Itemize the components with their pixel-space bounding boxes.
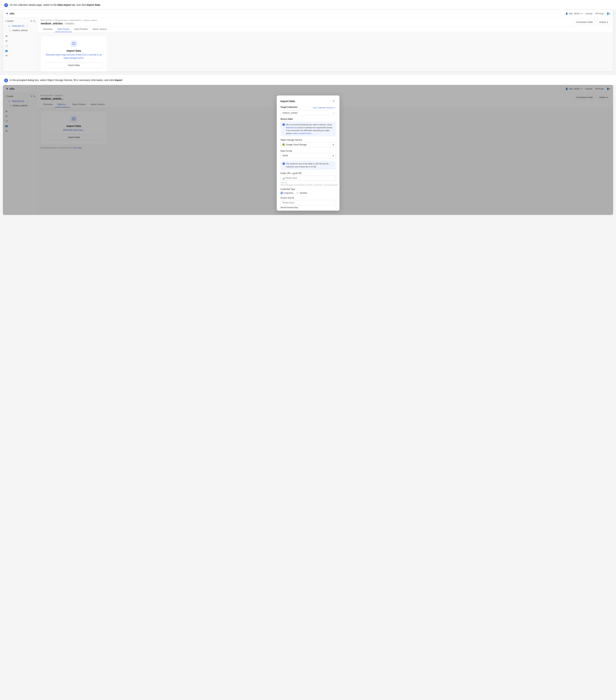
unloaded-badge: Unloaded — [64, 22, 75, 25]
nav-logo-text: zilliz — [10, 12, 15, 15]
radio-group: Long-term Session — [280, 192, 336, 194]
tab-overview[interactable]: Overview — [41, 26, 55, 32]
main-layout-1: + Cluster ↻ 🔍 ⬡ Dedicated-01 + medium_ar… — [3, 17, 613, 72]
collection-dot — [10, 30, 11, 31]
size-info-box: i The maximum size of the folder is 100 … — [280, 161, 336, 170]
nav-license[interactable]: License — [585, 12, 592, 15]
search-icon[interactable]: 🔍 — [33, 20, 36, 22]
import-card: Import Data Efficiently import large amo… — [41, 36, 107, 72]
tab-data-import[interactable]: Data Import — [55, 26, 72, 32]
step2-circle: 2 — [4, 78, 8, 83]
nav-api-keys[interactable]: API Keys — [595, 12, 604, 15]
content-header-1: ByocTest1021 Default Project Dedicated-0… — [38, 17, 613, 26]
users-icon: 👥 — [5, 49, 8, 52]
radio-long-term-circle — [280, 192, 283, 194]
app-window-1: ✦ zilliz 👤 zilliz BYOC ▾ License API Key… — [3, 10, 613, 72]
bulkwriter-link[interactable]: Bulkwriter — [286, 126, 294, 129]
sidebar-collection-label: medium_articles — [12, 29, 27, 32]
sidebar-cluster-icons: ↻ 🔍 — [30, 20, 36, 22]
breadcrumb-part4: medium_articles — [81, 19, 97, 21]
import-area: Import Data Efficiently import large amo… — [38, 32, 613, 72]
source-data-info-box: i We recommend preparing your data in ad… — [280, 122, 336, 136]
nav-user-text: zilliz — [569, 12, 573, 15]
sidebar-icon-settings[interactable]: ⚙ — [3, 53, 38, 58]
connection-guide-button[interactable]: Connection Guide — [574, 20, 595, 24]
sidebar-icon-users[interactable]: 👥 — [3, 49, 38, 53]
data-format-chevron: ▾ — [333, 154, 334, 157]
step1-line: 1 On the collection details page, switch… — [4, 3, 612, 7]
top-nav-1: ✦ zilliz 👤 zilliz BYOC ▾ License API Key… — [3, 10, 613, 17]
public-url-hint: Such as https://storage.cloud.google.com… — [280, 182, 336, 186]
breadcrumb-part3: Dedicated-01 — [68, 19, 81, 21]
collection-title: medium_articles Unloaded — [41, 22, 97, 25]
collections-icon: ⊞ — [5, 35, 8, 38]
info-dot-icon: i — [282, 123, 285, 126]
collection-select-chevron: ▾ — [333, 112, 334, 114]
tab-vector-search[interactable]: Vector Search — [90, 26, 109, 32]
size-info-text: The maximum size of the folder is 100 GB… — [286, 162, 334, 168]
logo-star-icon: ✦ — [6, 12, 8, 15]
sidebar-icon-history[interactable]: 🕐 — [3, 43, 38, 48]
sidebar-item-collection[interactable]: medium_articles — [3, 28, 38, 33]
object-storage-select[interactable]: Google Cloud Storage ▾ — [280, 142, 336, 147]
access-key-input[interactable] — [280, 200, 336, 205]
object-storage-label: Object Storage Service — [280, 139, 336, 141]
credential-type-label: Credential Type — [280, 188, 336, 190]
secret-key-label: Secret Access Key — [280, 206, 336, 209]
step2-container: 2 In the prompted dialog box, select Obj… — [0, 75, 616, 85]
settings-icon: ⚙ — [5, 54, 8, 57]
byoc-badge: BYOC — [574, 12, 581, 15]
object-storage-chevron: ▾ — [333, 143, 334, 146]
radio-session[interactable]: Session — [297, 192, 307, 194]
byoc-chevron: ▾ — [581, 12, 582, 15]
breadcrumb: ByocTest1021 Default Project Dedicated-0… — [41, 19, 97, 21]
refresh-icon[interactable]: ↻ — [30, 20, 32, 22]
sidebar-icon-collections[interactable]: ⊞ — [3, 34, 38, 38]
nav-user[interactable]: 👤 zilliz BYOC ▾ — [565, 12, 582, 15]
sidebar-add-icon[interactable]: + — [26, 25, 29, 27]
step1-container: 1 On the collection details page, switch… — [0, 0, 616, 10]
actions-button[interactable]: Actions ▾ — [597, 20, 610, 24]
data-format-label: Data Format — [280, 150, 336, 152]
target-collection-label: Target Collection — [280, 106, 298, 108]
source-data-label: Source Data — [280, 118, 336, 120]
nav-logo-1: ✦ zilliz — [6, 12, 15, 15]
access-key-label: Access Key ID — [280, 197, 336, 199]
link-icon: 🔗 — [282, 177, 285, 180]
support-ticket-link[interactable]: create a support ticket — [292, 132, 311, 134]
nav-person-icon[interactable]: 👤▾ — [606, 12, 610, 15]
sidebar-icon-data[interactable]: ⊟ — [3, 39, 38, 43]
modal-title: Import Data — [280, 100, 295, 103]
gcs-icon — [282, 143, 285, 146]
header-left: ByocTest1021 Default Project Dedicated-0… — [41, 19, 97, 25]
secret-key-input[interactable] — [280, 210, 336, 211]
data-format-select[interactable]: JSON ▾ — [280, 153, 336, 158]
sidebar-cluster[interactable]: + Cluster ↻ 🔍 — [3, 19, 38, 23]
target-collection-row: Target Collection View Collection Schema… — [280, 106, 336, 110]
import-modal: Import Data ✕ Target Collection View Col… — [277, 96, 339, 211]
step1-circle: 1 — [4, 3, 8, 7]
radio-long-term-label: Long-term — [284, 192, 293, 194]
step1-text: On the collection details page, switch t… — [10, 3, 101, 7]
collection-select[interactable]: medium_articles ▾ — [280, 111, 336, 115]
step2-text: In the prompted dialog box, select Objec… — [10, 78, 123, 82]
view-schema-link[interactable]: View Collection Schema ↗ — [313, 107, 336, 109]
radio-long-term[interactable]: Long-term — [280, 192, 293, 194]
app-window-2: ✦ zilliz 👤 zilliz BYOC ▾ License API Key… — [3, 85, 613, 215]
modal-close-button[interactable]: ✕ — [331, 99, 336, 103]
import-icon-svg — [72, 42, 76, 46]
sidebar-1: + Cluster ↻ 🔍 ⬡ Dedicated-01 + medium_ar… — [3, 17, 38, 72]
public-url-input-wrapper: 🔗 — [280, 175, 336, 182]
sidebar-item-dedicated[interactable]: ⬡ Dedicated-01 + — [3, 24, 38, 28]
content-area-1: ByocTest1021 Default Project Dedicated-0… — [38, 17, 613, 72]
import-card-desc: Efficiently import large amounts of data… — [45, 53, 103, 60]
sidebar-section: ⬡ Dedicated-01 + medium_articles — [3, 23, 38, 33]
object-storage-value: Google Cloud Storage — [286, 143, 307, 146]
history-icon: 🕐 — [5, 45, 8, 47]
public-url-input[interactable] — [280, 175, 336, 180]
info-box-text: We recommend preparing your data in adva… — [286, 123, 334, 135]
tab-data-preview[interactable]: Data Preview — [72, 26, 90, 32]
radio-session-circle — [297, 192, 299, 194]
import-data-button[interactable]: Import Data — [45, 62, 103, 68]
actions-chevron: ▾ — [607, 21, 608, 23]
